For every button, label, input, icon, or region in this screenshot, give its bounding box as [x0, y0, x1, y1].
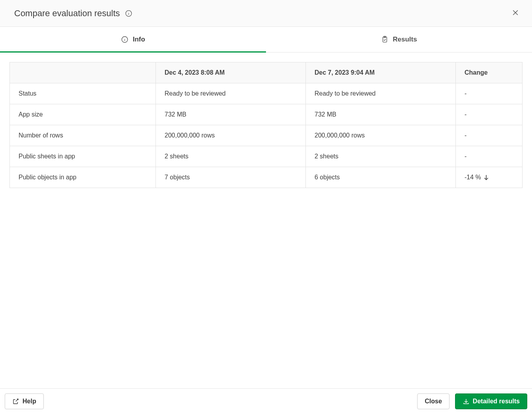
table-header-a: Dec 4, 2023 8:08 AM — [156, 62, 306, 83]
value-a-cell: 732 MB — [156, 104, 306, 125]
close-icon[interactable] — [510, 7, 521, 19]
comparison-table: Dec 4, 2023 8:08 AM Dec 7, 2023 9:04 AM … — [9, 62, 523, 188]
table-row: Number of rows200,000,000 rows200,000,00… — [10, 125, 523, 146]
content-area: Dec 4, 2023 8:08 AM Dec 7, 2023 9:04 AM … — [0, 53, 532, 388]
download-icon — [463, 398, 470, 405]
change-cell: - — [456, 125, 523, 146]
value-a-cell: 7 objects — [156, 167, 306, 188]
svg-line-11 — [16, 399, 18, 401]
change-cell: - — [456, 104, 523, 125]
external-link-icon — [12, 398, 19, 405]
value-a-cell: Ready to be reviewed — [156, 83, 306, 104]
tab-label: Info — [133, 36, 145, 43]
change-cell: -14 % — [456, 167, 523, 188]
info-icon — [121, 36, 129, 43]
svg-point-7 — [125, 38, 125, 38]
value-a-cell: 200,000,000 rows — [156, 125, 306, 146]
change-cell: - — [456, 83, 523, 104]
page-title: Compare evaluation results — [14, 8, 120, 19]
tab-info[interactable]: Info — [0, 27, 266, 52]
table-header-change: Change — [456, 62, 523, 83]
footer-right-group: Close Detailed results — [417, 393, 527, 409]
value-b-cell: 2 sheets — [306, 146, 456, 167]
metric-cell: Number of rows — [10, 125, 156, 146]
close-button[interactable]: Close — [417, 393, 450, 409]
value-b-cell: 6 objects — [306, 167, 456, 188]
value-b-cell: Ready to be reviewed — [306, 83, 456, 104]
svg-point-2 — [128, 12, 129, 12]
table-row: Public sheets in app2 sheets2 sheets- — [10, 146, 523, 167]
help-button[interactable]: Help — [5, 393, 44, 409]
value-b-cell: 732 MB — [306, 104, 456, 125]
table-row: StatusReady to be reviewedReady to be re… — [10, 83, 523, 104]
table-header-b: Dec 7, 2023 9:04 AM — [306, 62, 456, 83]
value-a-cell: 2 sheets — [156, 146, 306, 167]
close-label: Close — [425, 398, 442, 405]
detailed-results-button[interactable]: Detailed results — [455, 393, 527, 409]
metric-cell: Public objects in app — [10, 167, 156, 188]
metric-cell: App size — [10, 104, 156, 125]
dialog-header: Compare evaluation results — [0, 0, 532, 27]
tab-results[interactable]: Results — [266, 27, 532, 52]
header-title-group: Compare evaluation results — [14, 8, 133, 19]
table-row: Public objects in app7 objects6 objects-… — [10, 167, 523, 188]
detailed-label: Detailed results — [473, 398, 520, 405]
clipboard-check-icon — [381, 36, 389, 43]
dialog-footer: Help Close Detailed results — [0, 388, 532, 414]
change-value: -14 % — [465, 174, 481, 181]
table-row: App size732 MB732 MB- — [10, 104, 523, 125]
value-b-cell: 200,000,000 rows — [306, 125, 456, 146]
tab-bar: Info Results — [0, 27, 532, 53]
help-label: Help — [22, 398, 36, 405]
info-icon[interactable] — [125, 9, 133, 17]
metric-cell: Public sheets in app — [10, 146, 156, 167]
tab-label: Results — [393, 36, 417, 43]
arrow-down-icon — [483, 174, 490, 181]
table-header-metric — [10, 62, 156, 83]
change-cell: - — [456, 146, 523, 167]
metric-cell: Status — [10, 83, 156, 104]
